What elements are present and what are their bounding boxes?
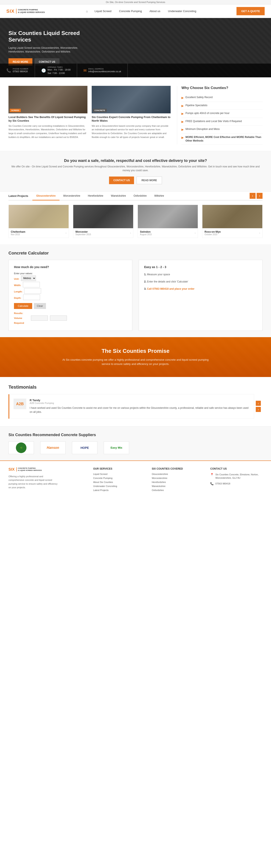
footer-address-item: 📍 Six Counties Concrete, Elmstone, Norto… xyxy=(210,473,263,480)
supplier-logo-hanson: Hanson xyxy=(40,441,66,454)
calc-clear-button[interactable]: Clear xyxy=(34,303,46,309)
top-bar: On Site, On-time Concrete and Screed Pum… xyxy=(0,0,271,4)
blog-title-2[interactable]: Six Counties Expert Concrete Pumping Fro… xyxy=(92,116,171,123)
calc-form-title: How much do you need? xyxy=(14,265,127,269)
easymix-logo-text: Easy Mix xyxy=(110,446,123,449)
tab-wiltshire[interactable]: Wiltshire xyxy=(150,192,168,200)
promise-banner: The Six Counties Promise At Six counties… xyxy=(0,337,271,377)
footer-logo-line1: CONCRETE PUMPING xyxy=(18,467,42,469)
blog-tag-screed: SCREED xyxy=(10,109,21,112)
blog-image-screed: SCREED xyxy=(8,86,88,113)
footer-county-gloucestershire[interactable]: Gloucestershire xyxy=(152,473,204,475)
footer-county-worcestershire[interactable]: Worcestershire xyxy=(152,477,204,479)
project-image-swindon xyxy=(138,205,198,228)
nav-concrete-pumping[interactable]: Concrete Pumping xyxy=(115,8,146,14)
blog-section: SCREED Local Builders See The Benefits O… xyxy=(0,78,271,151)
tab-prev-button[interactable]: ‹ xyxy=(249,193,256,199)
testimonial-prev-button[interactable]: ‹ xyxy=(256,401,261,406)
testimonials-inner: A2B R Tandy A2B Concrete Pumping I have … xyxy=(8,394,263,418)
calc-depth-label: Depth: xyxy=(14,297,22,299)
footer: SIX CONCRETE PUMPING & LIQUID SCREED SER… xyxy=(0,461,271,499)
calc-results: Results: Volume Required xyxy=(14,312,127,324)
footer-link-liquid-screed[interactable]: Liquid Screed xyxy=(93,473,145,475)
footer-county-herefordshire[interactable]: Herefordshire xyxy=(152,481,204,484)
footer-logo: SIX CONCRETE PUMPING & LIQUID SCREED SER… xyxy=(8,467,87,472)
project-arrow-2[interactable]: › xyxy=(130,231,131,235)
main-nav: ⌂ Liquid Screed Concrete Pumping About u… xyxy=(49,8,234,14)
calc-required-label: Required xyxy=(14,322,29,324)
supplier-logo-hope: HOPE xyxy=(72,441,97,454)
testimonial-name-1: R Tandy xyxy=(30,399,249,402)
nav-liquid-screed[interactable]: Liquid Screed xyxy=(91,8,115,14)
cta-contact-button[interactable]: CONTACT US xyxy=(109,177,134,184)
footer-link-underwater[interactable]: Underwater Concreting xyxy=(93,485,145,487)
project-arrow-3[interactable]: › xyxy=(195,231,196,235)
nav-about[interactable]: About us xyxy=(146,8,164,14)
blog-card-2: CONCRETE Six Counties Expert Concrete Pu… xyxy=(92,86,171,145)
easy-step-text-3: Call 07563 980418 and place your order xyxy=(147,287,194,290)
easy-step-num-1: 1. xyxy=(144,273,146,276)
testimonial-content-1: R Tandy A2B Concrete Pumping I have work… xyxy=(30,399,249,414)
footer-county-oxfordshire[interactable]: Oxfordshire xyxy=(152,489,204,491)
footer-phone-icon: 📞 xyxy=(210,482,214,485)
calc-length-input[interactable] xyxy=(24,288,41,294)
calc-calculate-button[interactable]: Calculate xyxy=(14,303,32,309)
testimonial-next-button[interactable]: › xyxy=(256,407,261,412)
nav-underwater[interactable]: Underwater Concreting xyxy=(164,8,200,14)
calc-unit-select[interactable]: Metres xyxy=(21,276,36,281)
why-item-6: ▶ MORE Efficient, MORE Cost Effective an… xyxy=(181,134,263,145)
tab-oxfordshire[interactable]: Oxfordshire xyxy=(130,192,150,200)
calc-unit-row: Unit: Metres xyxy=(14,276,127,281)
calc-length-row: Length: xyxy=(14,288,127,294)
footer-link-projects[interactable]: Latest Projects xyxy=(93,489,145,491)
blog-image-concrete: CONCRETE xyxy=(92,86,171,113)
promise-title: The Six Counties Promise xyxy=(8,348,263,354)
footer-contact-title: CONTACT US xyxy=(210,467,263,470)
footer-county-warwickshire[interactable]: Warwickshire xyxy=(152,485,204,487)
testimonial-logo-1: A2B xyxy=(13,399,26,409)
testimonial-nav: ‹ › xyxy=(254,394,263,418)
logo-text: CONCRETE PUMPING & LIQUID SCREED SERVICE… xyxy=(16,9,45,13)
opening-times: Mon - Fri: 7:00 - 18:00 xyxy=(48,68,71,71)
calculator-section: Concrete Calculator How much do you need… xyxy=(0,244,271,337)
tab-herefordshire[interactable]: Herefordshire xyxy=(84,192,107,200)
project-arrow-4[interactable]: › xyxy=(259,231,260,235)
hero-phone: 📞 Phone Number 07563 980418 xyxy=(0,64,35,78)
home-icon[interactable]: ⌂ xyxy=(83,8,91,14)
footer-link-about[interactable]: About Six Counties xyxy=(93,481,145,484)
tab-worcestershire[interactable]: Worcestershire xyxy=(60,192,84,200)
why-item-text-5: Minimum Disruption and Mess xyxy=(185,127,219,131)
footer-contact-col: CONTACT US 📍 Six Counties Concrete, Elms… xyxy=(210,467,263,493)
cta-subtitle: We offer On site - On time Liquid Screed… xyxy=(8,165,263,172)
project-arrow-1[interactable]: › xyxy=(65,231,66,235)
why-item-text-3: Pumps upto 40m3 of concrete per hour xyxy=(185,112,230,115)
calculator-inner: How much do you need? Enter your values:… xyxy=(8,260,263,331)
footer-logo-area: SIX CONCRETE PUMPING & LIQUID SCREED SER… xyxy=(8,467,87,493)
cta-buttons: CONTACT US READ MORE xyxy=(8,177,263,184)
cta-read-more-button[interactable]: READ MORE xyxy=(137,177,162,184)
opening-label: Opening Times xyxy=(48,66,71,68)
tab-warwickshire[interactable]: Warwickshire xyxy=(107,192,130,200)
blog-title-1[interactable]: Local Builders See The Benefits Of Liqui… xyxy=(8,116,88,123)
hero-opening-content: Opening Times Mon - Fri: 7:00 - 18:00 Sa… xyxy=(48,66,71,75)
bullet-icon-4: ▶ xyxy=(181,120,184,124)
tab-gloucestershire[interactable]: Gloucestershire xyxy=(32,192,59,200)
get-quote-button[interactable]: GET A QUOTE xyxy=(236,7,265,15)
project-date-2: September 2015 xyxy=(75,233,91,236)
calc-width-input[interactable] xyxy=(23,282,40,287)
project-city-label-1: Cheltenham xyxy=(11,230,25,233)
footer-services-col: OUR SERVICES Liquid Screed Concrete Pump… xyxy=(93,467,145,493)
calc-values-label: Enter your values: xyxy=(14,272,127,275)
footer-logo-six: SIX xyxy=(8,467,14,472)
calc-volume-row: Volume xyxy=(14,315,127,321)
footer-link-concrete-pumping[interactable]: Concrete Pumping xyxy=(93,477,145,479)
why-choose-title: Why Choose Six Counties? xyxy=(181,86,263,90)
tab-next-button[interactable]: › xyxy=(257,193,263,199)
blog-tag-concrete: CONCRETE xyxy=(93,109,107,112)
hero-content: Six Counties Liquid Screed Services Layi… xyxy=(0,30,102,65)
easy-step-num-2: 2. xyxy=(144,280,146,283)
footer-counties-col: SIX COUNTIES COVERED Gloucestershire Wor… xyxy=(152,467,204,493)
calc-depth-input[interactable] xyxy=(23,294,40,300)
why-item-3: ▶ Pumps upto 40m3 of concrete per hour xyxy=(181,110,263,118)
project-date-3: August 2015 xyxy=(140,233,152,236)
